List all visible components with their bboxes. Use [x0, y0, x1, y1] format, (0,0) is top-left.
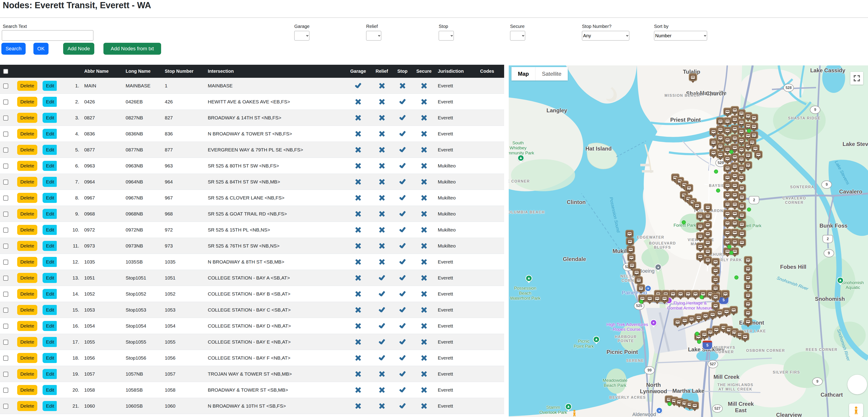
- bus-stop-marker[interactable]: [696, 222, 704, 233]
- row-checkbox[interactable]: [3, 196, 8, 201]
- pan-control[interactable]: [847, 375, 867, 394]
- bus-stop-marker[interactable]: [709, 149, 718, 159]
- bus-stop-marker[interactable]: [660, 294, 669, 305]
- bus-stop-marker[interactable]: [653, 294, 661, 305]
- edit-button[interactable]: Edit: [42, 145, 57, 155]
- tree-poi-pin[interactable]: [837, 277, 844, 286]
- edit-button[interactable]: Edit: [42, 401, 57, 411]
- delete-button[interactable]: Delete: [17, 321, 37, 331]
- row-checkbox[interactable]: [3, 404, 8, 409]
- stop-select[interactable]: [439, 31, 454, 40]
- row-checkbox[interactable]: [3, 260, 8, 265]
- bus-stop-marker[interactable]: [691, 290, 700, 300]
- delete-button[interactable]: Delete: [17, 81, 37, 91]
- mall-poi-pin[interactable]: ●: [656, 407, 663, 416]
- delete-button[interactable]: Delete: [17, 161, 37, 171]
- bus-stop-marker[interactable]: [744, 152, 752, 162]
- poi-poi-pin[interactable]: ●: [655, 263, 661, 272]
- bus-stop-marker[interactable]: [685, 184, 693, 195]
- edit-button[interactable]: Edit: [42, 273, 57, 283]
- edit-button[interactable]: Edit: [42, 209, 57, 219]
- row-checkbox[interactable]: [3, 148, 8, 153]
- bus-stop-marker[interactable]: [730, 306, 738, 317]
- edit-button[interactable]: Edit: [42, 97, 57, 107]
- bus-stop-marker[interactable]: [696, 243, 704, 253]
- fullscreen-button[interactable]: [850, 72, 863, 85]
- bus-stop-marker[interactable]: [646, 294, 654, 305]
- edit-button[interactable]: Edit: [42, 129, 57, 139]
- edit-button[interactable]: Edit: [42, 177, 57, 187]
- edit-button[interactable]: Edit: [42, 241, 57, 251]
- bus-stop-marker[interactable]: [704, 256, 712, 267]
- delete-button[interactable]: Delete: [17, 177, 37, 187]
- row-checkbox[interactable]: [3, 99, 8, 104]
- search-input[interactable]: [2, 30, 93, 41]
- add-node-button[interactable]: Add Node: [63, 43, 94, 55]
- bus-stop-marker[interactable]: [696, 212, 704, 223]
- delete-button[interactable]: Delete: [17, 113, 37, 123]
- row-checkbox[interactable]: [3, 164, 8, 168]
- delete-button[interactable]: Delete: [17, 209, 37, 219]
- edit-button[interactable]: Edit: [42, 81, 57, 91]
- bus-stop-marker[interactable]: [709, 138, 718, 149]
- bus-stop-marker[interactable]: [741, 333, 749, 343]
- bus-stop-marker[interactable]: [689, 73, 697, 84]
- bus-stop-marker[interactable]: [711, 302, 720, 313]
- bus-stop-marker[interactable]: [744, 318, 752, 328]
- delete-button[interactable]: Delete: [17, 369, 37, 379]
- bus-stop-marker[interactable]: [709, 128, 718, 138]
- edit-button[interactable]: Edit: [42, 161, 57, 171]
- map-view-button[interactable]: Map: [512, 67, 535, 81]
- edit-button[interactable]: Edit: [42, 305, 57, 315]
- delete-button[interactable]: Delete: [17, 353, 37, 363]
- map-canvas[interactable]: TulalipMarysvilleShaker ChurchMISSION BE…: [509, 65, 868, 417]
- row-checkbox[interactable]: [3, 212, 8, 217]
- delete-button[interactable]: Delete: [17, 337, 37, 347]
- row-checkbox[interactable]: [3, 340, 8, 345]
- bus-stop-marker[interactable]: [693, 202, 701, 212]
- bus-stop-marker[interactable]: [696, 232, 704, 243]
- bus-stop-marker[interactable]: [637, 284, 645, 295]
- row-checkbox[interactable]: [3, 180, 8, 185]
- delete-button[interactable]: Delete: [17, 225, 37, 235]
- satellite-view-button[interactable]: Satellite: [535, 67, 568, 81]
- bus-stop-marker[interactable]: [691, 402, 699, 412]
- bus-stop-marker[interactable]: [669, 290, 677, 300]
- bus-stop-marker[interactable]: [744, 161, 752, 172]
- delete-button[interactable]: Delete: [17, 385, 37, 395]
- ok-button[interactable]: OK: [33, 43, 49, 55]
- edit-button[interactable]: Edit: [42, 225, 57, 235]
- delete-button[interactable]: Delete: [17, 289, 37, 299]
- delete-button[interactable]: Delete: [17, 97, 37, 107]
- delete-button[interactable]: Delete: [17, 305, 37, 315]
- row-checkbox[interactable]: [3, 308, 8, 313]
- garage-select[interactable]: [294, 31, 309, 40]
- bus-stop-marker[interactable]: [696, 253, 704, 263]
- row-checkbox[interactable]: [3, 356, 8, 361]
- add-nodes-from-txt-button[interactable]: Add Nodes from txt: [103, 43, 161, 55]
- row-checkbox[interactable]: [3, 116, 8, 121]
- row-checkbox[interactable]: [3, 244, 8, 249]
- row-checkbox[interactable]: [3, 324, 8, 329]
- pegman-control[interactable]: [849, 404, 863, 417]
- select-all-checkbox[interactable]: [3, 69, 8, 74]
- edit-button[interactable]: Edit: [42, 321, 57, 331]
- delete-button[interactable]: Delete: [17, 129, 37, 139]
- row-checkbox[interactable]: [3, 388, 8, 393]
- edit-button[interactable]: Edit: [42, 113, 57, 123]
- edit-button[interactable]: Edit: [42, 289, 57, 299]
- bus-stop-marker[interactable]: [677, 290, 685, 300]
- ropes-poi-pin[interactable]: ✶: [650, 319, 657, 328]
- row-checkbox[interactable]: [3, 84, 8, 89]
- delete-button[interactable]: Delete: [17, 145, 37, 155]
- delete-button[interactable]: Delete: [17, 241, 37, 251]
- bus-stop-marker[interactable]: [738, 238, 746, 249]
- edit-button[interactable]: Edit: [42, 193, 57, 203]
- secure-select[interactable]: [510, 31, 525, 40]
- sort-by-select[interactable]: Number: [654, 31, 707, 40]
- bus-stop-marker[interactable]: [684, 290, 692, 300]
- relief-select[interactable]: [366, 31, 381, 40]
- row-checkbox[interactable]: [3, 228, 8, 233]
- row-checkbox[interactable]: [3, 131, 8, 136]
- row-checkbox[interactable]: [3, 372, 8, 377]
